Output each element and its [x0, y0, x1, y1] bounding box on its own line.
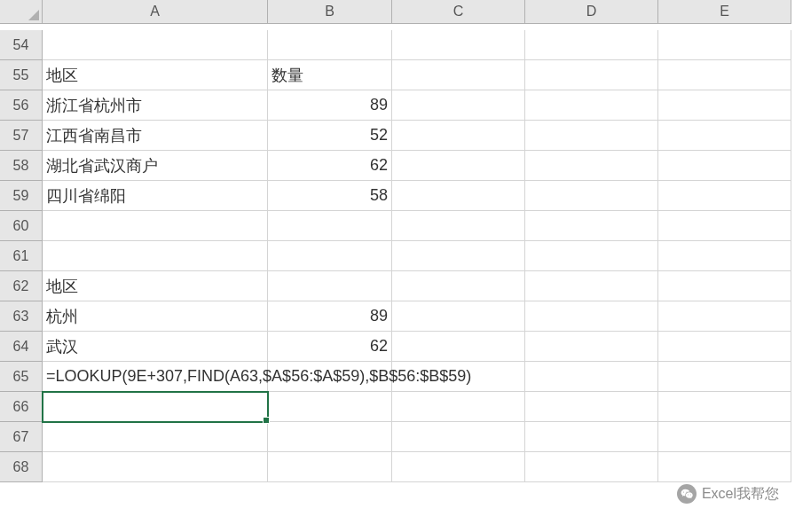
cell-B62[interactable] [268, 271, 392, 301]
cell-A67[interactable] [43, 422, 268, 452]
cell-A60[interactable] [43, 211, 268, 241]
row-header-56[interactable]: 56 [0, 90, 43, 121]
cell-D56[interactable] [525, 90, 658, 121]
col-header-A[interactable]: A [43, 0, 268, 24]
cell-E55[interactable] [658, 60, 791, 90]
col-header-C[interactable]: C [392, 0, 525, 24]
cell-E59[interactable] [658, 181, 791, 211]
cell-B55[interactable]: 数量 [268, 60, 392, 90]
row-header-55[interactable]: 55 [0, 60, 43, 90]
cell-C63[interactable] [392, 301, 525, 332]
cell-A63[interactable]: 杭州 [43, 301, 268, 332]
cell-C56[interactable] [392, 90, 525, 121]
row-header-62[interactable]: 62 [0, 271, 43, 301]
cell-D64[interactable] [525, 332, 658, 362]
cell-D65[interactable] [525, 362, 658, 392]
row-header-67[interactable]: 67 [0, 422, 43, 452]
cell-B68[interactable] [268, 452, 392, 482]
cell-D59[interactable] [525, 181, 658, 211]
cell-B54[interactable] [268, 30, 392, 60]
cell-D62[interactable] [525, 271, 658, 301]
row-header-68[interactable]: 68 [0, 452, 43, 482]
row-header-59[interactable]: 59 [0, 181, 43, 211]
cell-C61[interactable] [392, 241, 525, 271]
cell-B64[interactable]: 62 [268, 332, 392, 362]
cell-B56[interactable]: 89 [268, 90, 392, 121]
watermark: Excel我帮您 [677, 484, 779, 504]
select-all-corner[interactable] [0, 0, 43, 24]
cell-B57[interactable]: 52 [268, 121, 392, 151]
cell-E63[interactable] [658, 301, 791, 332]
cell-D58[interactable] [525, 151, 658, 181]
row-header-63[interactable]: 63 [0, 301, 43, 332]
cell-A64[interactable]: 武汉 [43, 332, 268, 362]
cell-A66[interactable] [43, 392, 268, 422]
cell-C66[interactable] [392, 392, 525, 422]
cell-A65[interactable]: =LOOKUP(9E+307,FIND(A63,$A$56:$A$59),$B$… [43, 362, 268, 392]
cell-E60[interactable] [658, 211, 791, 241]
cell-E61[interactable] [658, 241, 791, 271]
cell-D55[interactable] [525, 60, 658, 90]
cell-E65[interactable] [658, 362, 791, 392]
cell-E62[interactable] [658, 271, 791, 301]
cell-C54[interactable] [392, 30, 525, 60]
cell-D68[interactable] [525, 452, 658, 482]
cell-A56[interactable]: 浙江省杭州市 [43, 90, 268, 121]
cell-A62[interactable]: 地区 [43, 271, 268, 301]
cell-A54[interactable] [43, 30, 268, 60]
cell-B63[interactable]: 89 [268, 301, 392, 332]
cell-C58[interactable] [392, 151, 525, 181]
watermark-text: Excel我帮您 [702, 485, 779, 504]
cell-C55[interactable] [392, 60, 525, 90]
cell-C64[interactable] [392, 332, 525, 362]
col-header-D[interactable]: D [525, 0, 658, 24]
cell-D57[interactable] [525, 121, 658, 151]
cell-D63[interactable] [525, 301, 658, 332]
cell-D67[interactable] [525, 422, 658, 452]
cell-C60[interactable] [392, 211, 525, 241]
cell-C68[interactable] [392, 452, 525, 482]
cell-E64[interactable] [658, 332, 791, 362]
cell-E56[interactable] [658, 90, 791, 121]
cell-E67[interactable] [658, 422, 791, 452]
cell-A59[interactable]: 四川省绵阳 [43, 181, 268, 211]
cell-value: =LOOKUP(9E+307,FIND(A63,$A$56:$A$59),$B$… [46, 367, 471, 386]
cell-C57[interactable] [392, 121, 525, 151]
row-header-66[interactable]: 66 [0, 392, 43, 422]
cell-D60[interactable] [525, 211, 658, 241]
row-header-64[interactable]: 64 [0, 332, 43, 362]
cell-E68[interactable] [658, 452, 791, 482]
cell-B60[interactable] [268, 211, 392, 241]
col-header-B[interactable]: B [268, 0, 392, 24]
cell-value: 52 [370, 126, 388, 145]
cell-A68[interactable] [43, 452, 268, 482]
cell-value: 四川省绵阳 [46, 185, 126, 207]
cell-C67[interactable] [392, 422, 525, 452]
cell-B58[interactable]: 62 [268, 151, 392, 181]
spreadsheet-grid[interactable]: A B C D E 5455地区数量56浙江省杭州市8957江西省南昌市5258… [0, 0, 795, 482]
cell-A55[interactable]: 地区 [43, 60, 268, 90]
cell-D61[interactable] [525, 241, 658, 271]
cell-E57[interactable] [658, 121, 791, 151]
row-header-58[interactable]: 58 [0, 151, 43, 181]
row-header-60[interactable]: 60 [0, 211, 43, 241]
cell-B61[interactable] [268, 241, 392, 271]
cell-B66[interactable] [268, 392, 392, 422]
cell-E58[interactable] [658, 151, 791, 181]
cell-C62[interactable] [392, 271, 525, 301]
cell-A61[interactable] [43, 241, 268, 271]
row-header-61[interactable]: 61 [0, 241, 43, 271]
cell-E54[interactable] [658, 30, 791, 60]
row-header-54[interactable]: 54 [0, 30, 43, 60]
cell-C59[interactable] [392, 181, 525, 211]
cell-B59[interactable]: 58 [268, 181, 392, 211]
col-header-E[interactable]: E [658, 0, 791, 24]
cell-A58[interactable]: 湖北省武汉商户 [43, 151, 268, 181]
cell-A57[interactable]: 江西省南昌市 [43, 121, 268, 151]
row-header-65[interactable]: 65 [0, 362, 43, 392]
cell-D54[interactable] [525, 30, 658, 60]
cell-E66[interactable] [658, 392, 791, 422]
cell-D66[interactable] [525, 392, 658, 422]
cell-B67[interactable] [268, 422, 392, 452]
row-header-57[interactable]: 57 [0, 121, 43, 151]
